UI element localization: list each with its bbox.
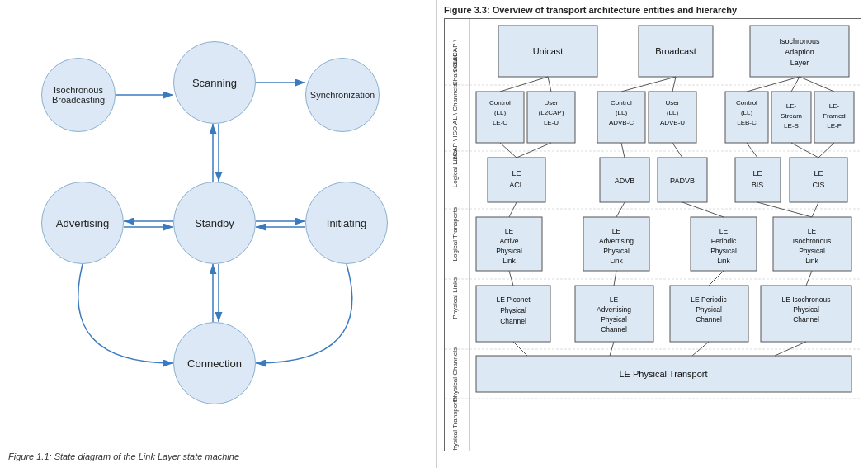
row-label-logical-transports: Logical Transports [451,207,459,261]
svg-text:ADVB-C: ADVB-C [609,119,634,126]
svg-text:Control: Control [611,99,632,106]
svg-text:LE-C: LE-C [493,119,507,126]
l2cap-unicast-label: Unicast [533,46,564,56]
arch-diagram: L2CAP \ ISO AL \ Channels L2CAP \ ISO AL… [444,18,861,451]
svg-text:User: User [545,99,559,106]
svg-line-94 [800,77,834,92]
svg-text:Advertising: Advertising [599,237,634,245]
svg-text:Periodic: Periodic [711,237,737,245]
svg-text:Control: Control [489,99,511,106]
svg-text:LE: LE [612,227,621,235]
svg-text:Physical: Physical [710,247,737,255]
figure-caption-left: Figure 1.1: State diagram of the Link La… [8,451,239,461]
svg-text:Link: Link [610,257,623,265]
state-initiating: Initiating [305,182,388,264]
svg-text:(LL): (LL) [741,109,753,116]
svg-text:Logical Transports: Logical Transports [451,207,459,261]
pc-isochronous-box [761,286,851,342]
svg-line-109 [709,271,724,286]
svg-line-96 [517,143,551,158]
pc-periodic-box [670,286,748,342]
svg-line-105 [757,202,812,217]
svg-line-102 [509,202,517,217]
svg-text:LE: LE [808,227,817,235]
lt-lebis-box [735,158,781,202]
l2cap-iso-adaption-label: Isochronous [779,37,820,45]
svg-text:Active: Active [499,237,518,245]
svg-text:LE Isochronous: LE Isochronous [781,295,830,304]
row-label-physical-transports: Physical Transports [451,397,459,451]
right-panel: Figure 3.3: Overview of transport archit… [437,0,868,468]
svg-line-97 [621,143,625,158]
svg-line-92 [747,77,800,92]
svg-text:LE-: LE- [829,102,840,110]
state-isochronous-broadcasting: Isochronous Broadcasting [41,58,116,132]
svg-text:(LL): (LL) [494,109,507,116]
state-diagram: Standby Scanning Advertising Initiating … [8,8,429,429]
svg-text:Channel: Channel [696,315,722,324]
row-label-logical-links: Logical Links [451,149,459,187]
svg-line-91 [672,77,676,92]
state-standby: Standby [173,182,256,264]
svg-text:Control: Control [736,99,757,106]
svg-text:Isochronous: Isochronous [793,237,831,245]
svg-text:Physical: Physical [799,247,825,255]
svg-text:LEB-C: LEB-C [737,119,757,126]
svg-text:Physical: Physical [793,305,819,314]
svg-text:Physical: Physical [601,315,627,324]
pt-le-label: LE Physical Transport [620,369,708,379]
svg-text:Link: Link [717,257,730,265]
svg-text:(LL): (LL) [616,109,628,116]
svg-line-114 [775,342,806,356]
svg-text:Physical Channels: Physical Channels [451,347,459,402]
svg-line-100 [791,143,818,158]
svg-text:Physical: Physical [603,247,630,255]
lt-leacl-box [488,158,545,202]
svg-line-111 [513,342,527,356]
state-advertising: Advertising [41,182,124,264]
svg-text:LE: LE [719,227,729,235]
svg-text:BIS: BIS [752,181,764,189]
svg-text:User: User [666,99,680,106]
svg-line-107 [509,271,513,286]
svg-line-104 [682,202,724,217]
svg-text:LE-: LE- [786,102,797,110]
svg-line-99 [747,143,757,158]
svg-text:LE-F: LE-F [827,122,841,130]
svg-text:Channel: Channel [500,317,526,325]
state-connection: Connection [173,322,256,404]
row-label-physical-channels: Physical Channels [451,347,459,402]
svg-text:Channel: Channel [601,325,627,333]
svg-text:LE: LE [814,169,823,177]
svg-text:Advertising: Advertising [597,305,631,314]
svg-text:(LL): (LL) [667,109,679,116]
svg-text:Channels: Channels [451,58,459,86]
svg-line-110 [806,271,812,286]
svg-text:LE: LE [512,169,521,177]
svg-line-95 [500,143,517,158]
svg-line-101 [818,143,834,158]
svg-text:Logical Links: Logical Links [451,149,459,187]
svg-text:LE: LE [752,169,762,177]
svg-text:PADVB: PADVB [670,177,695,185]
svg-line-113 [692,342,709,356]
svg-text:CIS: CIS [812,181,824,189]
svg-line-90 [621,77,676,92]
svg-text:(L2CAP): (L2CAP) [539,109,564,116]
svg-text:Adaption: Adaption [785,48,814,56]
svg-line-108 [614,271,616,286]
svg-line-106 [812,202,818,217]
svg-text:Layer: Layer [790,59,809,67]
svg-line-89 [548,77,551,92]
svg-line-88 [500,77,548,92]
svg-text:LE: LE [505,227,514,235]
svg-text:Framed: Framed [823,112,846,120]
svg-text:LE-S: LE-S [784,122,799,130]
figure-title-right: Figure 3.3: Overview of transport archit… [444,5,861,15]
svg-text:LE: LE [610,295,619,304]
left-panel: Standby Scanning Advertising Initiating … [0,0,437,468]
svg-text:Channel: Channel [793,315,819,324]
svg-text:LE Periodic: LE Periodic [691,295,727,304]
row-label-physical-links: Physical Links [451,277,459,319]
svg-text:ACL: ACL [509,181,524,189]
